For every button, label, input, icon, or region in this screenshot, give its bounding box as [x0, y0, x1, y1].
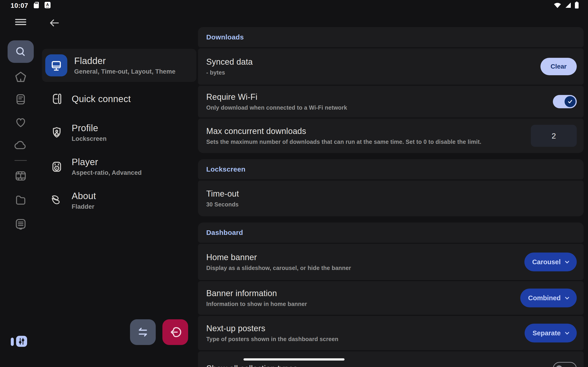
banner-information-dropdown[interactable]: Combined [520, 289, 577, 307]
rail-item-home[interactable] [14, 71, 27, 83]
row-subtitle: Information to show in home banner [206, 301, 307, 307]
section-header-label: Lockscreen [206, 165, 246, 173]
status-bar: 10:07 A [0, 0, 588, 11]
settings-row-next-up-posters[interactable]: Next-up posters Type of posters shown in… [198, 316, 584, 350]
library-icon [14, 93, 27, 106]
section-header-downloads: Downloads [198, 27, 584, 47]
row-text: Max concurrent downloads Sets the maximu… [206, 126, 481, 145]
menu-icon[interactable] [14, 16, 27, 28]
row-text: Time-out 30 Seconds [206, 189, 239, 208]
sdcard-icon [33, 1, 39, 10]
archive-icon [14, 217, 27, 230]
taskbar-divider-pill [11, 338, 14, 346]
logout-button[interactable] [162, 319, 188, 345]
cellular-signal-icon [565, 2, 571, 9]
nav-item-player[interactable]: Player Aspect-ratio, Advanced [42, 154, 196, 179]
search-icon [14, 45, 27, 58]
settings-content: Downloads Synced data - bytes Clear Requ… [198, 27, 584, 367]
logout-icon [168, 325, 182, 339]
nav-item-fladder[interactable]: Fladder General, Time-out, Layout, Theme [42, 49, 196, 82]
toggle-thumb [556, 365, 562, 367]
show-all-collection-types-toggle[interactable] [553, 362, 577, 367]
gesture-navigation-bar[interactable] [243, 358, 345, 361]
nav-item-about[interactable]: About Fladder [42, 188, 196, 213]
section-header-dashboard: Dashboard [198, 223, 584, 243]
back-button[interactable] [48, 17, 60, 29]
check-icon [567, 98, 573, 105]
rail-item-folders[interactable] [14, 194, 27, 206]
equalizer-app-icon[interactable] [16, 336, 27, 347]
settings-row-max-downloads[interactable]: Max concurrent downloads Sets the maximu… [198, 119, 584, 153]
fladder-logo-icon [50, 194, 63, 207]
nav-item-subtitle: Fladder [72, 203, 96, 210]
chevron-down-icon [564, 295, 570, 301]
section-header-label: Downloads [206, 33, 244, 41]
rail-item-favorites[interactable] [14, 116, 27, 129]
clear-button[interactable]: Clear [540, 58, 577, 75]
clock: 10:07 [10, 2, 28, 9]
row-text: Show all collection types [206, 364, 297, 367]
chevron-down-icon [564, 330, 570, 336]
folder-icon [14, 194, 27, 206]
dropdown-value: Separate [532, 329, 561, 337]
notification-app-icon: A [44, 2, 51, 9]
home-banner-dropdown[interactable]: Carousel [524, 252, 577, 271]
row-text: Synced data - bytes [206, 57, 253, 76]
film-icon [14, 169, 27, 182]
row-text: Next-up posters Type of posters shown in… [206, 324, 338, 342]
nav-item-profile[interactable]: Profile Lockscreen [42, 120, 196, 145]
rail-item-search[interactable] [8, 40, 34, 63]
battery-icon [575, 1, 579, 10]
status-left: 10:07 A [0, 1, 51, 10]
settings-row-timeout[interactable]: Time-out 30 Seconds [198, 181, 584, 216]
rail-divider [15, 160, 27, 161]
rail-item-sync[interactable] [14, 139, 27, 152]
nav-item-text: Player Aspect-ratio, Advanced [72, 157, 142, 176]
fladder-settings-screen: { "status_bar": { "time": "10:07" }, "co… [0, 0, 588, 367]
nav-item-subtitle: Aspect-ratio, Advanced [72, 169, 142, 176]
max-downloads-input[interactable]: 2 [531, 125, 577, 147]
row-title: Time-out [206, 189, 239, 199]
row-subtitle: Sets the maximum number of downloads tha… [206, 139, 481, 145]
heart-icon [14, 116, 27, 129]
nav-item-text: Profile Lockscreen [72, 123, 107, 142]
svg-text:A: A [46, 2, 49, 7]
nav-item-title: Quick connect [72, 94, 131, 104]
row-text: Require Wi-Fi Only download when connect… [206, 92, 347, 111]
display-icon [50, 59, 63, 72]
settings-row-home-banner[interactable]: Home banner Display as a slideshow, caro… [198, 244, 584, 280]
next-up-posters-dropdown[interactable]: Separate [525, 324, 577, 342]
nav-item-text: Fladder General, Time-out, Layout, Theme [74, 56, 175, 75]
toggle-thumb [565, 96, 576, 107]
back-arrow-icon [48, 17, 60, 29]
rail-item-movies[interactable] [14, 169, 27, 182]
rail-item-library[interactable] [14, 93, 27, 106]
quick-connect-icon [50, 92, 63, 106]
row-title: Max concurrent downloads [206, 126, 481, 136]
nav-item-title: Profile [72, 123, 107, 133]
home-icon [14, 71, 27, 83]
settings-row-synced-data[interactable]: Synced data - bytes Clear [198, 48, 584, 85]
settings-row-banner-information[interactable]: Banner information Information to show i… [198, 281, 584, 315]
nav-item-subtitle: Lockscreen [72, 135, 107, 142]
nav-item-subtitle: General, Time-out, Layout, Theme [74, 68, 175, 75]
cloud-icon [14, 139, 27, 152]
row-subtitle: Only download when connected to a Wi-Fi … [206, 104, 347, 111]
dropdown-value: Combined [528, 294, 561, 302]
settings-row-require-wifi[interactable]: Require Wi-Fi Only download when connect… [198, 86, 584, 117]
require-wifi-toggle[interactable] [553, 95, 577, 108]
sliders-icon [17, 337, 26, 346]
nav-item-quick-connect[interactable]: Quick connect [42, 89, 196, 109]
row-title: Home banner [206, 252, 351, 262]
chevron-down-icon [564, 259, 570, 265]
swap-icon [136, 325, 150, 339]
row-subtitle: Display as a slideshow, carousel, or hid… [206, 265, 351, 271]
switch-server-button[interactable] [130, 319, 156, 345]
row-title: Require Wi-Fi [206, 92, 347, 102]
nav-item-text: About Fladder [72, 191, 96, 210]
nav-item-title: Fladder [74, 56, 175, 66]
status-right [553, 0, 579, 11]
rail-item-collections[interactable] [14, 217, 27, 230]
row-subtitle: 30 Seconds [206, 201, 239, 208]
profile-shield-icon [50, 126, 63, 139]
